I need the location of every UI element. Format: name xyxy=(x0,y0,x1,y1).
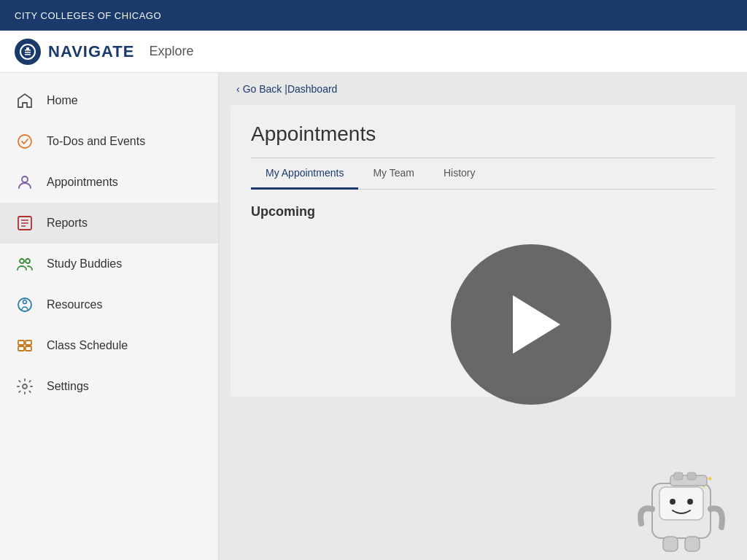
sidebar-item-appointments[interactable]: Appointments xyxy=(0,162,218,203)
play-icon xyxy=(513,295,560,354)
svg-point-23 xyxy=(687,499,693,505)
svg-point-14 xyxy=(23,300,27,304)
tabs-bar: My Appointments My Team History xyxy=(251,158,715,190)
svg-rect-18 xyxy=(26,346,31,351)
svg-rect-2 xyxy=(25,52,31,53)
sidebar-item-study-buddies[interactable]: Study Buddies xyxy=(0,244,218,284)
sidebar-label-home: Home xyxy=(47,94,78,107)
svg-point-22 xyxy=(670,499,676,505)
svg-rect-27 xyxy=(685,537,700,551)
sidebar-item-settings[interactable]: Settings xyxy=(0,366,218,407)
sidebar-label-todos: To-Dos and Events xyxy=(47,135,145,148)
svg-rect-3 xyxy=(25,54,31,55)
svg-point-5 xyxy=(18,135,31,148)
sidebar-label-appointments: Appointments xyxy=(47,176,118,189)
resources-icon xyxy=(15,295,35,315)
tab-my-appointments[interactable]: My Appointments xyxy=(251,158,358,190)
appointments-icon xyxy=(15,172,35,192)
sidebar-label-study-buddies: Study Buddies xyxy=(47,257,122,271)
sidebar-label-reports: Reports xyxy=(47,217,88,230)
app-name: NAVIGATE xyxy=(48,42,134,61)
institution-name: CITY COLLEGES OF CHICAGO xyxy=(15,10,161,21)
svg-point-6 xyxy=(22,176,28,182)
svg-point-12 xyxy=(26,259,30,263)
home-icon xyxy=(15,90,35,111)
sidebar-label-resources: Resources xyxy=(47,298,102,311)
back-link[interactable]: ‹ Go Back |Dashboard xyxy=(219,73,747,105)
sidebar-item-resources[interactable]: Resources xyxy=(0,284,218,325)
page-title: Appointments xyxy=(251,122,715,146)
content-area: ‹ Go Back |Dashboard Appointments My App… xyxy=(219,73,747,560)
svg-rect-15 xyxy=(18,341,24,345)
todos-icon xyxy=(15,131,35,152)
sidebar: Home To-Dos and Events Appointments xyxy=(0,73,219,560)
sidebar-item-todos[interactable]: To-Dos and Events xyxy=(0,121,218,162)
top-bar: CITY COLLEGES OF CHICAGO xyxy=(0,0,747,31)
logo-area: NAVIGATE xyxy=(15,39,134,65)
mascot: ✦ ✦ xyxy=(630,443,747,560)
sidebar-item-home[interactable]: Home xyxy=(0,80,218,121)
explore-label: Explore xyxy=(149,44,193,59)
sidebar-item-class-schedule[interactable]: Class Schedule xyxy=(0,325,218,366)
header: NAVIGATE Explore xyxy=(0,31,747,73)
tab-my-team[interactable]: My Team xyxy=(358,158,429,190)
reports-icon xyxy=(15,213,35,233)
svg-rect-21 xyxy=(659,487,703,520)
main-layout: Home To-Dos and Events Appointments xyxy=(0,73,747,560)
back-link-text: Go Back |Dashboard xyxy=(243,83,338,95)
tab-history[interactable]: History xyxy=(429,158,490,190)
back-chevron-icon: ‹ xyxy=(236,83,240,95)
video-play-button[interactable] xyxy=(451,244,611,405)
logo-icon xyxy=(15,39,41,65)
svg-rect-26 xyxy=(663,537,678,551)
svg-rect-29 xyxy=(674,472,683,480)
svg-rect-4 xyxy=(26,47,29,50)
upcoming-heading: Upcoming xyxy=(251,204,715,219)
svg-point-19 xyxy=(23,384,27,389)
sidebar-item-reports[interactable]: Reports xyxy=(0,203,218,244)
study-buddies-icon xyxy=(15,254,35,274)
class-schedule-icon xyxy=(15,335,35,356)
svg-text:✦: ✦ xyxy=(707,475,713,483)
sidebar-label-settings: Settings xyxy=(47,380,89,393)
svg-rect-30 xyxy=(687,472,696,480)
svg-point-11 xyxy=(20,259,24,263)
settings-icon xyxy=(15,376,35,397)
sidebar-label-class-schedule: Class Schedule xyxy=(47,339,128,352)
svg-rect-17 xyxy=(18,346,24,351)
svg-rect-16 xyxy=(26,341,31,345)
